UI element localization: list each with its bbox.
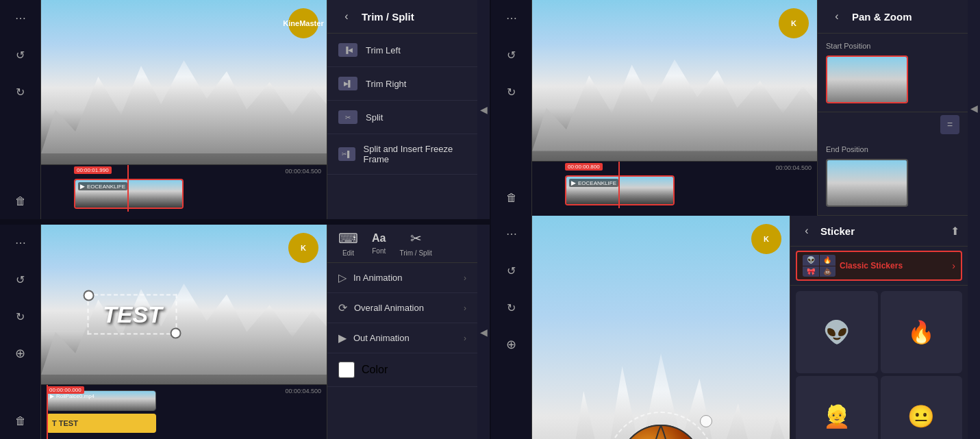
overall-animation-icon: ⟳ (338, 301, 347, 314)
time-indicator-bottom-left: 00:00:00.000 (47, 386, 84, 394)
basketball-wrapper (613, 418, 709, 439)
left-sidebar-bottom: ⋯ ↺ ↻ ⊕ 🗑 (0, 225, 41, 439)
kinemaster-logo-top-right: K (779, 8, 809, 38)
timeline-clip-top-left[interactable]: ▶ EOCEANKLIFE (74, 179, 184, 209)
scroll-right-bottom-right[interactable]: ◀ (968, 216, 980, 439)
trim-split-header: ‹ Trim / Split (327, 0, 477, 34)
sticker-face[interactable]: 😐 (881, 376, 963, 440)
basketball-container[interactable] (613, 418, 709, 439)
redo-btn-top-right[interactable]: ↻ (499, 79, 524, 104)
overall-animation-left: ⟳ Overall Animation (338, 301, 424, 314)
trim-right-icon: ▶▌ (338, 77, 357, 90)
bottom-preview-right: K (532, 216, 790, 439)
right-sidebar-top: ⋯ ↺ ↻ 🗑 (491, 0, 532, 216)
bottom-preview-left: K TEST 00:00:04.500 (41, 225, 327, 439)
more-options-btn-top-left[interactable]: ⋯ (8, 5, 33, 30)
video-clip-label-bottom-left: RollPalce0.mp4 (56, 393, 95, 399)
text-overlay-content: TEST (103, 301, 162, 327)
hair-icon: 👱 (823, 403, 851, 429)
rotate-handle-br[interactable] (171, 328, 181, 339)
trim-right-item[interactable]: ▶▌ Trim Right (327, 67, 477, 101)
redo-btn-bottom-right[interactable]: ↻ (499, 295, 524, 320)
start-position-section: Start Position (818, 34, 968, 112)
text-toolbar: ⌨ Edit Aa Font ✂ Trim / Split (327, 225, 477, 263)
redo-btn-top-left[interactable]: ↻ (8, 79, 33, 104)
text-edit-menu: ⌨ Edit Aa Font ✂ Trim / Split ▷ (327, 225, 477, 439)
font-toolbar-item[interactable]: Aa Font (372, 232, 386, 255)
time-indicator-top-right: 00:00:00.800 (565, 163, 603, 171)
equals-btn[interactable]: = (940, 115, 959, 134)
right-sidebar-bottom: ⋯ ↺ ↻ ⊕ 🗑 (491, 216, 532, 439)
yellow-clip-label: T TEST (52, 419, 78, 427)
panzoom-header: ‹ Pan & Zoom (818, 0, 968, 34)
timeline-clip-top-right[interactable]: ▶ EOCEANKLIFE (565, 175, 675, 205)
playhead-top-left (127, 165, 129, 212)
end-position-thumbnail[interactable] (826, 159, 908, 207)
sticker-title: Sticker (820, 225, 945, 237)
clip-label-top-left: EOCEANKLIFE (87, 184, 125, 190)
end-position-label: End Position (826, 145, 959, 153)
redo-btn-bottom-left[interactable]: ↻ (8, 304, 33, 329)
panzoom-menu: ‹ Pan & Zoom Start Position = End Positi… (817, 0, 968, 216)
undo-btn-bottom-right[interactable]: ↺ (499, 258, 524, 283)
scissors-icon: ✂ (410, 230, 422, 247)
undo-btn-top-right[interactable]: ↺ (499, 42, 524, 67)
end-position-section: End Position (818, 137, 968, 216)
sticker-upload-icon[interactable]: ⬆ (951, 225, 959, 238)
edit-toolbar-item[interactable]: ⌨ Edit (338, 230, 358, 257)
trim-split-label-toolbar: Trim / Split (399, 249, 431, 257)
undo-btn-bottom-left[interactable]: ↺ (8, 267, 33, 292)
undo-btn-top-left[interactable]: ↺ (8, 42, 33, 67)
add-btn-bottom-right[interactable]: ⊕ (499, 332, 524, 357)
scroll-right-bottom-left[interactable]: ◀ (477, 225, 490, 439)
trim-toolbar-item[interactable]: ✂ Trim / Split (399, 230, 431, 257)
timeline-end-time-top-right: 00:00:04.500 (775, 164, 812, 171)
split-icon: ✂ (338, 110, 357, 124)
overall-animation-item[interactable]: ⟳ Overall Animation › (327, 293, 477, 323)
sticker-header: ‹ Sticker ⬆ (790, 216, 968, 247)
more-options-btn-bottom-right[interactable]: ⋯ (499, 221, 524, 246)
start-position-label: Start Position (826, 42, 959, 50)
cat-thumb-2: 🔥 (820, 255, 836, 266)
scroll-right-top-left[interactable]: ◀ (477, 0, 490, 219)
overall-animation-chevron: › (464, 303, 466, 313)
yellow-text-clip[interactable]: T TEST (47, 414, 156, 433)
sticker-alien[interactable]: 👽 (796, 291, 878, 373)
split-freeze-item[interactable]: ✂▌ Split and Insert Freeze Frame (327, 134, 477, 175)
category-chevron-icon: › (952, 260, 955, 271)
color-item[interactable]: Color (327, 353, 477, 387)
split-freeze-icon: ✂▌ (338, 147, 355, 161)
sticker-back-btn[interactable]: ‹ (799, 223, 815, 239)
sticker-category-bar-container: 👽 🔥 🎀 💩 Classic Stickers › (790, 247, 968, 286)
panzoom-back-btn[interactable]: ‹ (829, 8, 845, 25)
more-options-btn-bottom-left[interactable]: ⋯ (8, 230, 33, 255)
color-label: Color (362, 364, 388, 376)
sticker-category-bar[interactable]: 👽 🔥 🎀 💩 Classic Stickers › (796, 251, 962, 281)
in-animation-icon: ▷ (338, 271, 347, 284)
font-label: Font (372, 247, 386, 255)
in-animation-item[interactable]: ▷ In Animation › (327, 263, 477, 293)
playhead-bottom-left (47, 385, 48, 439)
trim-left-item[interactable]: ▐◀ Trim Left (327, 34, 477, 67)
delete-btn-top-left[interactable]: 🗑 (8, 189, 33, 214)
sticker-fire[interactable]: 🔥 (881, 291, 963, 373)
corner-handle-tr[interactable] (700, 415, 712, 427)
more-options-btn-top-right[interactable]: ⋯ (499, 5, 524, 30)
split-item[interactable]: ✂ Split (327, 101, 477, 134)
add-btn-bottom-left[interactable]: ⊕ (8, 341, 33, 366)
timeline-end-time-bottom-left: 00:00:04.500 (285, 388, 321, 394)
start-position-thumbnail[interactable] (826, 55, 908, 103)
clip-label-top-right: EOCEANKLIFE (578, 180, 616, 186)
delete-btn-top-right[interactable]: 🗑 (499, 186, 524, 210)
trim-split-back-btn[interactable]: ‹ (338, 8, 355, 25)
out-animation-label: Out Animation (353, 333, 410, 343)
out-animation-item[interactable]: ▶ Out Animation › (327, 323, 477, 353)
kinemaster-logo-top-left: KineMaster (288, 8, 318, 38)
sticker-hair[interactable]: 👱 (796, 376, 878, 440)
scroll-right-top-right[interactable]: ◀ (968, 0, 980, 216)
delete-btn-bottom-left[interactable]: 🗑 (8, 409, 33, 434)
out-animation-icon: ▶ (338, 331, 347, 344)
rotate-handle-tl[interactable] (84, 290, 95, 301)
panzoom-title: Pan & Zoom (852, 11, 957, 23)
text-overlay-container[interactable]: TEST (88, 294, 177, 335)
